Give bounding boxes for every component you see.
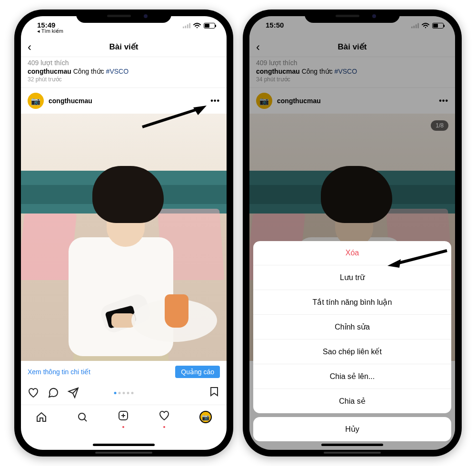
like-icon[interactable] — [28, 387, 39, 398]
home-tab-icon[interactable] — [36, 411, 47, 423]
back-chevron-icon[interactable]: ‹ — [28, 40, 31, 54]
svg-rect-2 — [187, 24, 188, 28]
sheet-item-delete[interactable]: Xóa — [253, 241, 451, 265]
view-insights-link[interactable]: Xem thông tin chi tiết — [28, 368, 90, 376]
bookmark-icon[interactable] — [208, 386, 220, 397]
page-title: Bài viết — [109, 42, 138, 52]
home-indicator[interactable] — [321, 444, 383, 446]
svg-line-6 — [84, 419, 87, 421]
post-image[interactable] — [21, 114, 227, 361]
post-actions — [21, 383, 227, 405]
sheet-item-archive[interactable]: Lưu trữ — [253, 265, 451, 290]
avatar[interactable]: 📷 — [28, 93, 44, 109]
svg-rect-3 — [189, 23, 190, 29]
screen-right: 15:50 ‹ Bài viết 409 lượt thích congthuc… — [249, 16, 455, 450]
svg-rect-1 — [185, 26, 186, 28]
prev-hashtag[interactable]: #VSCO — [106, 68, 129, 75]
prev-caption-text: Công thức — [73, 68, 104, 75]
back-to-search[interactable]: Tìm kiếm — [37, 28, 63, 34]
sheet-item-copy-link[interactable]: Sao chép liên kết — [253, 340, 451, 364]
tab-bar: 📷 — [21, 405, 227, 432]
insights-bar: Xem thông tin chi tiết Quảng cáo — [21, 361, 227, 383]
notification-dot — [163, 426, 165, 428]
heart-tab-icon — [159, 410, 170, 421]
sheet-item-share[interactable]: Chia sẻ — [253, 389, 451, 413]
svg-point-4 — [197, 27, 198, 28]
activity-tab[interactable] — [159, 410, 170, 424]
prev-caption: congthucmau Công thức #VSCO — [28, 68, 220, 75]
carousel-pager — [114, 392, 134, 394]
prev-username[interactable]: congthucmau — [28, 68, 71, 75]
prev-time: 32 phút trước — [28, 76, 220, 83]
post-username[interactable]: congthucmau — [49, 97, 92, 105]
page-header: ‹ Bài viết — [21, 37, 227, 57]
screen-left: 15:49 Tìm kiếm ‹ Bài viết 409 lượt thích… — [21, 16, 227, 450]
promote-button[interactable]: Quảng cáo — [175, 366, 220, 378]
profile-tab[interactable]: 📷 — [199, 411, 212, 423]
battery-icon — [204, 23, 215, 29]
comment-icon[interactable] — [48, 387, 59, 398]
post-header: 📷 congthucmau ••• — [21, 88, 227, 114]
notification-dot — [122, 426, 124, 428]
sheet-cancel-button[interactable]: Hủy — [253, 417, 451, 441]
svg-rect-0 — [183, 27, 184, 29]
sheet-item-disable-comments[interactable]: Tắt tính năng bình luận — [253, 290, 451, 315]
prev-likes: 409 lượt thích — [28, 59, 220, 67]
phone-left: 15:49 Tìm kiếm ‹ Bài viết 409 lượt thích… — [14, 10, 233, 456]
action-sheet-overlay[interactable]: Xóa Lưu trữ Tắt tính năng bình luận Chỉn… — [249, 16, 455, 450]
previous-post-snippet: 409 lượt thích congthucmau Công thức #VS… — [21, 57, 227, 88]
plus-square-icon — [118, 410, 129, 421]
sheet-item-share-to[interactable]: Chia sẻ lên... — [253, 364, 451, 389]
svg-point-5 — [79, 413, 85, 420]
action-sheet: Xóa Lưu trữ Tắt tính năng bình luận Chỉn… — [253, 241, 451, 413]
notch — [305, 10, 400, 23]
wifi-icon — [193, 23, 201, 29]
new-post-tab[interactable] — [118, 410, 129, 424]
search-tab-icon[interactable] — [77, 411, 88, 423]
signal-icon — [183, 23, 190, 29]
phone-right: 15:50 ‹ Bài viết 409 lượt thích congthuc… — [243, 10, 462, 456]
more-options-icon[interactable]: ••• — [210, 97, 220, 105]
home-indicator[interactable] — [93, 444, 155, 446]
status-icons — [183, 21, 215, 29]
sheet-item-edit[interactable]: Chỉnh sửa — [253, 315, 451, 340]
notch — [76, 10, 171, 23]
share-icon[interactable] — [68, 387, 79, 398]
